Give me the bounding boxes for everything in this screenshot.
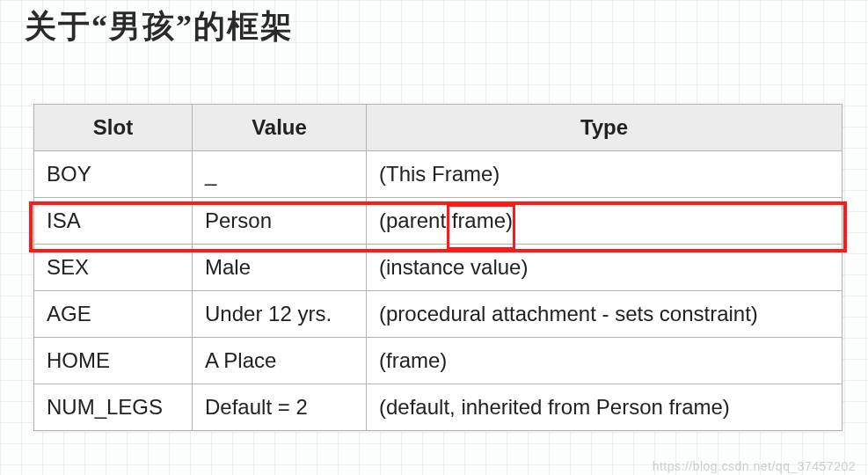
table-row: AGE Under 12 yrs. (procedural attachment… xyxy=(34,291,842,338)
cell-type: (default, inherited from Person frame) xyxy=(367,384,842,431)
cell-type: (frame) xyxy=(367,338,842,384)
cell-type: (procedural attachment - sets constraint… xyxy=(367,291,842,338)
table-row: BOY _ (This Frame) xyxy=(34,151,842,198)
cell-value: A Place xyxy=(193,338,367,384)
frame-table: Slot Value Type BOY _ (This Frame) ISA P… xyxy=(33,104,842,431)
cell-type: (parent frame) xyxy=(367,198,842,245)
table-header-row: Slot Value Type xyxy=(34,105,842,151)
cell-slot: HOME xyxy=(34,338,193,384)
table-row: ISA Person (parent frame) xyxy=(34,198,842,245)
col-header-type: Type xyxy=(367,105,842,151)
cell-value: Default = 2 xyxy=(193,384,367,431)
frame-table-container: Slot Value Type BOY _ (This Frame) ISA P… xyxy=(33,104,842,431)
cell-slot: SEX xyxy=(34,245,193,291)
watermark-text: https://blog.csdn.net/qq_37457202 xyxy=(653,459,856,473)
cell-value: Under 12 yrs. xyxy=(193,291,367,338)
cell-slot: ISA xyxy=(34,198,193,245)
cell-value: Person xyxy=(193,198,367,245)
cell-slot: NUM_LEGS xyxy=(34,384,193,431)
table-row: NUM_LEGS Default = 2 (default, inherited… xyxy=(34,384,842,431)
col-header-slot: Slot xyxy=(34,105,193,151)
cell-value: _ xyxy=(193,151,367,198)
cell-type: (instance value) xyxy=(367,245,842,291)
cell-value: Male xyxy=(193,245,367,291)
table-row: SEX Male (instance value) xyxy=(34,245,842,291)
col-header-value: Value xyxy=(193,105,367,151)
cell-slot: AGE xyxy=(34,291,193,338)
page-title: 关于“男孩”的框架 xyxy=(25,5,294,48)
cell-type: (This Frame) xyxy=(367,151,842,198)
cell-slot: BOY xyxy=(34,151,193,198)
table-row: HOME A Place (frame) xyxy=(34,338,842,384)
